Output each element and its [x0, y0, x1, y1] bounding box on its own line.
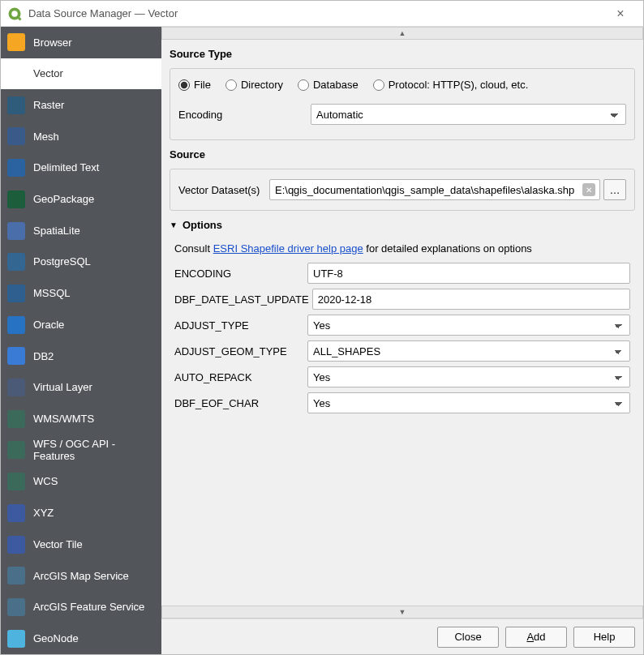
form-panel: Source Type File Directory Database: [161, 40, 643, 606]
encoding-label: Encoding: [178, 109, 304, 121]
sidebar-item-label: GeoPackage: [33, 193, 94, 206]
sidebar-item-virtual-layer[interactable]: Virtual Layer: [1, 372, 161, 404]
radio-protocol-input[interactable]: [373, 79, 384, 91]
sidebar-item-geopackage[interactable]: GeoPackage: [1, 184, 161, 216]
sidebar-item-raster[interactable]: Raster: [1, 89, 161, 121]
radio-database[interactable]: Database: [298, 79, 358, 91]
sidebar-item-label: GeoNode: [33, 632, 79, 645]
virtual-icon: [6, 377, 27, 398]
sidebar-item-postgresql[interactable]: PostgreSQL: [1, 246, 161, 278]
sidebar-item-arcgis-map-service[interactable]: ArcGIS Map Service: [1, 560, 161, 592]
mssql-icon: [6, 283, 27, 304]
encoding-select[interactable]: Automatic: [311, 104, 626, 125]
main-area: BrowserVectorRasterMeshDelimited TextGeo…: [1, 27, 643, 654]
option-input-adjust_geom_type[interactable]: ALL_SHAPES: [307, 340, 630, 362]
radio-database-label: Database: [313, 79, 358, 91]
options-toggle[interactable]: ▼ Options: [170, 219, 635, 231]
window-close-button[interactable]: ×: [604, 6, 637, 21]
encoding-row: Encoding Automatic: [178, 104, 626, 125]
dataset-path-input[interactable]: [269, 179, 600, 200]
sidebar-item-label: WCS: [33, 475, 58, 488]
raster-icon: [6, 95, 27, 116]
sidebar-item-label: XYZ: [33, 507, 54, 520]
postgresql-icon: [6, 251, 27, 272]
source-type-title: Source Type: [170, 48, 635, 60]
sidebar-item-label: DB2: [33, 350, 54, 363]
sidebar-item-wfs-ogc-api-features[interactable]: WFS / OGC API - Features: [1, 435, 161, 466]
source-type-group: File Directory Database Protocol: HTTP(S…: [170, 68, 635, 140]
sidebar-item-db2[interactable]: DB2: [1, 340, 161, 372]
geonode-icon: [6, 628, 27, 649]
scroll-down-arrow[interactable]: ▼: [161, 606, 643, 619]
dataset-path-wrapper: ✕: [269, 179, 600, 200]
sidebar-item-xyz[interactable]: XYZ: [1, 498, 161, 529]
sidebar-item-vector[interactable]: Vector: [1, 58, 161, 90]
sidebar-item-label: Virtual Layer: [33, 381, 92, 394]
sidebar-item-label: ArcGIS Feature Service: [33, 601, 144, 614]
wcs-icon: [6, 471, 27, 492]
close-button[interactable]: Close: [437, 627, 499, 648]
sidebar-item-label: Raster: [33, 99, 64, 112]
sidebar-item-label: MSSQL: [33, 287, 71, 300]
sidebar-item-label: WMS/WMTS: [33, 413, 94, 426]
sidebar-item-label: SpatiaLite: [33, 225, 80, 238]
arcgis-feature-icon: [6, 597, 27, 618]
db2-icon: [6, 345, 27, 366]
radio-protocol[interactable]: Protocol: HTTP(S), cloud, etc.: [373, 79, 529, 91]
radio-directory[interactable]: Directory: [225, 79, 283, 91]
spatialite-icon: [6, 220, 27, 242]
sidebar: BrowserVectorRasterMeshDelimited TextGeo…: [1, 27, 161, 654]
sidebar-item-vector-tile[interactable]: Vector Tile: [1, 529, 161, 560]
radio-file-label: File: [194, 79, 211, 91]
window-title: Data Source Manager — Vector: [28, 7, 604, 19]
sidebar-item-arcgis-feature-service[interactable]: ArcGIS Feature Service: [1, 592, 161, 623]
radio-directory-input[interactable]: [225, 79, 237, 91]
dataset-label: Vector Dataset(s): [178, 184, 266, 196]
dataset-row: Vector Dataset(s) ✕ …: [178, 179, 626, 200]
wfs-icon: [6, 439, 27, 460]
sidebar-item-mssql[interactable]: MSSQL: [1, 278, 161, 310]
sidebar-item-oracle[interactable]: Oracle: [1, 309, 161, 340]
option-label: DBF_EOF_CHAR: [174, 397, 304, 409]
sidebar-item-label: Delimited Text: [33, 161, 99, 174]
sidebar-item-label: Browser: [33, 36, 72, 49]
radio-file-input[interactable]: [178, 79, 190, 91]
clear-path-icon[interactable]: ✕: [582, 183, 595, 196]
option-row-encoding: ENCODING: [174, 263, 630, 284]
help-button[interactable]: Help: [573, 627, 635, 648]
scroll-up-arrow[interactable]: ▲: [161, 27, 643, 40]
driver-help-link[interactable]: ESRI Shapefile driver help page: [213, 242, 363, 255]
option-input-dbf_date_last_update[interactable]: [312, 289, 630, 310]
wms-icon: [6, 409, 27, 430]
options-title: Options: [182, 219, 222, 231]
option-input-encoding[interactable]: [307, 263, 630, 284]
option-label: ADJUST_TYPE: [174, 319, 304, 332]
option-label: ADJUST_GEOM_TYPE: [174, 345, 304, 357]
browse-button[interactable]: …: [603, 179, 626, 200]
options-group: Consult ESRI Shapefile driver help page …: [170, 239, 635, 422]
source-title: Source: [170, 148, 635, 161]
option-row-auto_repack: AUTO_REPACKYes: [174, 366, 630, 387]
option-input-auto_repack[interactable]: Yes: [307, 366, 630, 387]
sidebar-item-delimited-text[interactable]: Delimited Text: [1, 152, 161, 184]
options-help-text: Consult ESRI Shapefile driver help page …: [174, 242, 630, 255]
radio-database-input[interactable]: [298, 79, 309, 91]
sidebar-item-geonode[interactable]: GeoNode: [1, 623, 161, 654]
sidebar-item-spatialite[interactable]: SpatiaLite: [1, 215, 161, 246]
radio-file[interactable]: File: [178, 79, 211, 91]
option-input-adjust_type[interactable]: Yes: [307, 315, 630, 336]
sidebar-item-label: PostgreSQL: [33, 255, 91, 268]
radio-directory-label: Directory: [241, 79, 283, 91]
option-input-dbf_eof_char[interactable]: Yes: [307, 392, 630, 413]
folder-icon: [6, 32, 27, 53]
option-label: AUTO_REPACK: [174, 371, 304, 383]
sidebar-item-browser[interactable]: Browser: [1, 27, 161, 58]
sidebar-item-wms-wmts[interactable]: WMS/WMTS: [1, 403, 161, 435]
sidebar-item-wcs[interactable]: WCS: [1, 466, 161, 498]
titlebar: Data Source Manager — Vector ×: [1, 1, 643, 27]
sidebar-item-mesh[interactable]: Mesh: [1, 121, 161, 152]
vectortile-icon: [6, 534, 27, 555]
option-label: DBF_DATE_LAST_UPDATE: [174, 293, 309, 306]
sidebar-item-label: WFS / OGC API - Features: [33, 438, 157, 463]
add-button[interactable]: Add: [505, 627, 567, 648]
